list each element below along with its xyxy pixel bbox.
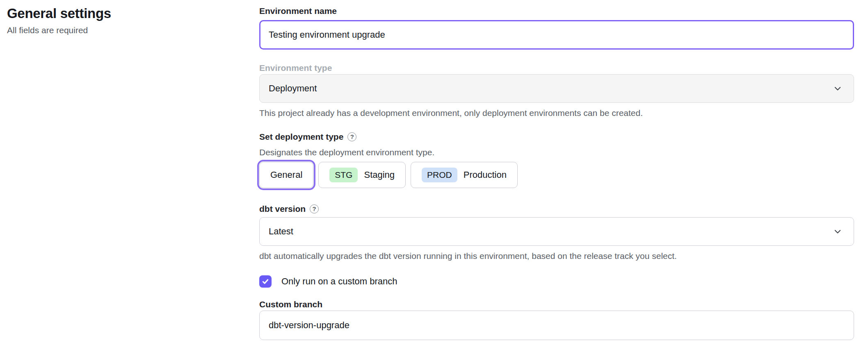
deployment-type-option-staging[interactable]: STG Staging <box>318 162 406 188</box>
environment-type-label: Environment type <box>259 63 854 73</box>
custom-branch-label: Custom branch <box>259 299 854 310</box>
dbt-version-select[interactable]: Latest <box>259 217 854 246</box>
deployment-type-help-icon[interactable] <box>347 132 356 141</box>
deployment-type-label-row: Set deployment type <box>259 132 854 142</box>
deployment-type-options: General STG Staging PROD Production <box>259 162 854 188</box>
page-subtitle: All fields are required <box>7 25 237 36</box>
general-settings-page: General settings All fields are required… <box>0 0 868 354</box>
environment-type-select: Deployment <box>259 74 854 103</box>
deployment-type-option-production[interactable]: PROD Production <box>411 162 518 188</box>
custom-branch-input[interactable] <box>259 311 854 340</box>
environment-name-label: Environment name <box>259 6 854 16</box>
environment-type-value: Deployment <box>269 83 317 94</box>
settings-form: Environment name Environment type Deploy… <box>259 0 854 340</box>
page-title: General settings <box>7 5 237 22</box>
dbt-version-helper: dbt automatically upgrades the dbt versi… <box>259 251 854 261</box>
environment-type-helper: This project already has a development e… <box>259 108 854 118</box>
prod-badge: PROD <box>422 168 457 182</box>
custom-branch-checkbox[interactable] <box>259 275 272 288</box>
chevron-down-icon <box>833 84 842 93</box>
dbt-version-help-icon[interactable] <box>310 204 319 213</box>
deployment-type-helper: Designates the deployment environment ty… <box>259 147 854 158</box>
dbt-version-label: dbt version <box>259 204 306 214</box>
custom-branch-toggle-row: Only run on a custom branch <box>259 275 854 288</box>
checkmark-icon <box>261 277 270 286</box>
deployment-type-option-general[interactable]: General <box>259 162 313 188</box>
custom-branch-checkbox-label[interactable]: Only run on a custom branch <box>281 276 397 287</box>
dbt-version-label-row: dbt version <box>259 204 854 214</box>
deployment-type-label: Set deployment type <box>259 132 343 142</box>
settings-header: General settings All fields are required <box>7 5 237 36</box>
dbt-version-value: Latest <box>269 226 293 237</box>
option-label: Staging <box>364 170 395 180</box>
option-label: Production <box>464 170 507 180</box>
chevron-down-icon <box>833 227 842 236</box>
stg-badge: STG <box>329 168 358 182</box>
option-label: General <box>270 170 302 180</box>
environment-name-input[interactable] <box>259 20 854 50</box>
